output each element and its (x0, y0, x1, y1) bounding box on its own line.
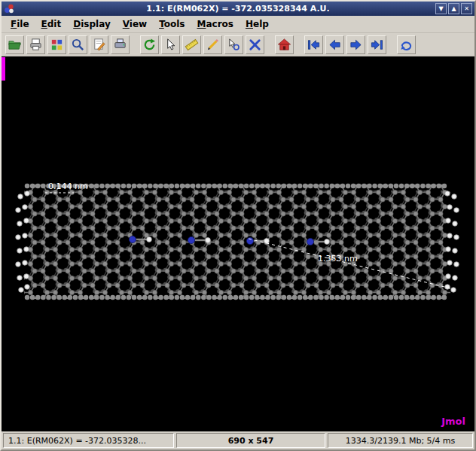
molecule-canvas[interactable]: 0.144 nm 1.353 nm Jmol (2, 56, 474, 431)
print-icon (29, 38, 43, 52)
menu-edit[interactable]: Edit (35, 17, 68, 32)
pencil-icon (206, 38, 220, 52)
window-title: 1.1: E(RM062X) = -372.035328344 A.U. (2, 4, 474, 14)
last-frame-icon (370, 38, 384, 52)
status-dimensions: 690 x 547 (176, 433, 325, 448)
home-button[interactable] (275, 35, 294, 54)
previous-frame-icon (328, 38, 342, 52)
first-frame-button[interactable] (304, 35, 323, 54)
atom-colors-button[interactable] (47, 35, 66, 54)
pick-atom-button[interactable] (224, 35, 243, 54)
maximize-button[interactable]: ▲ (448, 3, 459, 14)
pick-atom-icon (227, 38, 241, 52)
jmol-window: 1.1: E(RM062X) = -372.035328344 A.U. ▼ ▲… (0, 0, 476, 451)
measurement-label-1: 0.144 nm (48, 181, 88, 191)
jmol-watermark: Jmol (441, 416, 465, 427)
next-frame-icon (349, 38, 363, 52)
script-editor-icon (92, 38, 106, 52)
menu-tools[interactable]: Tools (153, 17, 191, 32)
export-icon (113, 38, 127, 52)
measure-distance-button[interactable] (182, 35, 201, 54)
menu-view[interactable]: View (117, 17, 153, 32)
rotate-icon (142, 38, 157, 52)
measurement-label-2: 1.353 nm (318, 254, 358, 264)
carbon-nanotube (24, 184, 450, 299)
app-icon (4, 4, 14, 14)
first-frame-icon (307, 38, 321, 52)
last-frame-button[interactable] (368, 35, 386, 54)
delete-x-icon (248, 38, 262, 52)
pick-cursor-icon (163, 38, 178, 52)
menu-help[interactable]: Help (240, 17, 275, 32)
atom-colors-icon (50, 38, 64, 52)
previous-frame-button[interactable] (325, 35, 344, 54)
pick-button[interactable] (161, 35, 180, 54)
title-bar[interactable]: 1.1: E(RM062X) = -372.035328344 A.U. ▼ ▲… (2, 2, 474, 16)
zoom-button[interactable] (69, 35, 87, 54)
close-button[interactable]: ✕ (461, 3, 472, 14)
delete-atom-button[interactable] (246, 35, 264, 54)
ruler-icon (185, 38, 199, 52)
minimize-button[interactable]: ▼ (435, 3, 447, 14)
menu-macros[interactable]: Macros (191, 17, 239, 32)
zoom-icon (71, 38, 85, 52)
annotate-button[interactable] (203, 35, 222, 54)
menu-display[interactable]: Display (67, 17, 116, 32)
magenta-edge-artifact (2, 57, 5, 81)
loop-button[interactable] (397, 35, 416, 54)
menu-bar: File Edit Display View Tools Macros Help (2, 16, 474, 33)
status-bar: 1.1: E(RM062X) = -372.035328... 690 x 54… (2, 431, 474, 449)
export-button[interactable] (111, 35, 130, 54)
status-memory: 1334.3/2139.1 Mb; 5/4 ms (328, 433, 473, 448)
open-folder-icon (8, 38, 22, 52)
script-editor-button[interactable] (90, 35, 108, 54)
print-button[interactable] (26, 35, 45, 54)
loop-arrow-icon (399, 38, 413, 52)
menu-file[interactable]: File (5, 17, 35, 32)
toolbar (2, 33, 474, 56)
next-frame-button[interactable] (346, 35, 365, 54)
home-icon (277, 38, 291, 52)
status-energy: 1.1: E(RM062X) = -372.035328... (3, 433, 174, 448)
molecule-viewport[interactable]: 0.144 nm 1.353 nm Jmol (2, 56, 474, 431)
open-button[interactable] (5, 35, 24, 54)
rotate-button[interactable] (140, 35, 159, 54)
